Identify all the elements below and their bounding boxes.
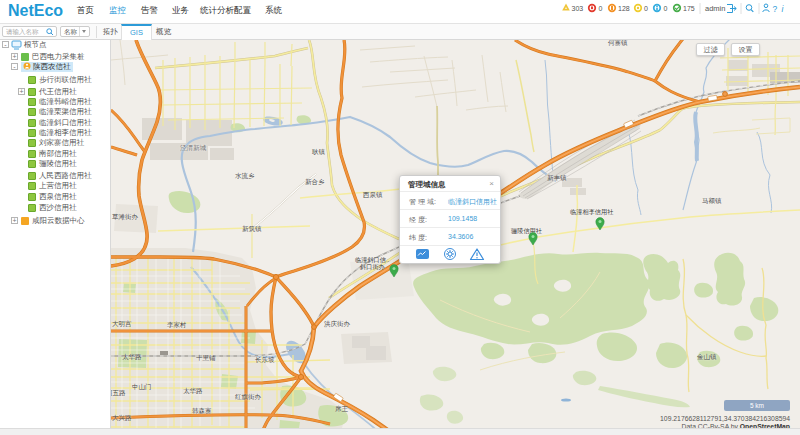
svg-text:十里铺: 十里铺 [196,354,216,361]
svg-text:斜口街办: 斜口街办 [359,263,386,271]
svg-text:大明宫: 大明宫 [112,320,132,328]
svg-text:临潼相李信用社: 临潼相李信用社 [570,208,614,216]
svg-text:骊陵信用社: 骊陵信用社 [511,227,543,235]
svg-text:马额镇: 马额镇 [702,197,722,204]
svg-text:新合乡: 新合乡 [305,178,325,186]
svg-text:韩森寨: 韩森寨 [192,407,212,414]
svg-text:何寨镇: 何寨镇 [608,40,628,46]
svg-text:金山镇: 金山镇 [697,353,717,360]
svg-text:水流乡: 水流乡 [235,172,255,180]
svg-text:李家村: 李家村 [167,321,187,329]
svg-text:西泉镇: 西泉镇 [362,191,383,198]
svg-text:0: 0 [644,5,648,12]
svg-text:耿镇: 耿镇 [312,148,326,155]
svg-text:席王: 席王 [335,405,349,412]
svg-text:草滩街办: 草滩街办 [112,213,139,221]
svg-text:红旗街办: 红旗街办 [235,393,262,401]
svg-text:太华路: 太华路 [122,353,142,361]
svg-text:175: 175 [683,5,695,12]
svg-text:太华路: 太华路 [183,387,203,395]
svg-text:新丰镇: 新丰镇 [547,174,567,181]
svg-text:0: 0 [599,5,603,12]
svg-text:?: ? [773,4,778,14]
svg-text:i: i [782,4,785,14]
svg-text:admin: admin [705,4,725,13]
svg-text:303: 303 [572,5,584,12]
svg-text:128: 128 [618,5,630,12]
svg-text:中山门: 中山门 [132,383,152,390]
svg-text:0: 0 [664,5,668,12]
svg-text:新筑镇: 新筑镇 [242,225,262,233]
svg-text:泾渭新城: 泾渭新城 [180,144,207,152]
svg-text:西五路: 西五路 [111,389,126,397]
svg-text:大兴路: 大兴路 [112,414,132,422]
svg-text:长乐坡: 长乐坡 [255,356,275,363]
svg-text:洪庆街办: 洪庆街办 [324,320,351,328]
